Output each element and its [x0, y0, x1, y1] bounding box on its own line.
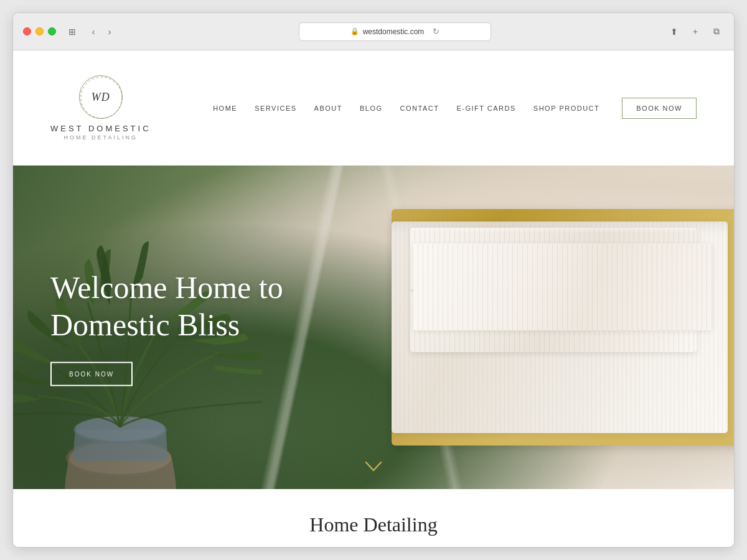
browser-chrome: ⊞ ‹ › 🔒 westdomestic.com ↻ ⬆ ＋ ⧉ [13, 13, 734, 50]
window-controls: ⊞ [63, 26, 81, 38]
back-arrow[interactable]: ‹ [86, 24, 101, 39]
main-nav: HOME SERVICES ABOUT BLOG CONTACT E-GIFT … [213, 98, 697, 119]
forward-arrow[interactable]: › [102, 24, 117, 39]
tabs-icon[interactable]: ⧉ [709, 24, 724, 39]
hero-content: Welcome Home to Domestic Bliss BOOK NOW [50, 269, 287, 386]
chevron-down-icon [364, 460, 383, 473]
nav-arrows: ‹ › [86, 24, 117, 39]
logo-wreath-svg [80, 76, 123, 119]
nav-contact[interactable]: CONTACT [400, 105, 439, 112]
below-fold-section: Home Detailing [13, 489, 734, 548]
nav-services[interactable]: SERVICES [255, 105, 296, 112]
website-content: WD WEST DOMESTIC HOME DETAILING HOME SER… [13, 50, 734, 548]
hero-section: Welcome Home to Domestic Bliss BOOK NOW [13, 166, 734, 489]
nav-blog[interactable]: BLOG [360, 105, 383, 112]
svg-point-0 [81, 77, 122, 118]
lock-icon: 🔒 [350, 27, 359, 35]
new-tab-icon[interactable]: ＋ [688, 24, 703, 39]
traffic-light-green[interactable] [48, 27, 56, 35]
towel-area [404, 190, 715, 452]
share-icon[interactable]: ⬆ [667, 24, 682, 39]
browser-actions: ⬆ ＋ ⧉ [667, 24, 724, 39]
nav-home[interactable]: HOME [213, 105, 237, 112]
url-text: westdomestic.com [363, 27, 425, 36]
scroll-down-arrow[interactable] [364, 460, 383, 477]
logo-tagline: HOME DETAILING [64, 134, 138, 141]
towel-middle [413, 243, 712, 330]
section-title: Home Detailing [309, 513, 437, 536]
traffic-light-red[interactable] [23, 27, 31, 35]
hero-book-now-button[interactable]: BOOK NOW [50, 362, 133, 386]
nav-about[interactable]: ABOUT [314, 105, 342, 112]
site-header: WD WEST DOMESTIC HOME DETAILING HOME SER… [13, 50, 734, 166]
refresh-icon[interactable]: ↻ [433, 27, 439, 36]
nav-egift[interactable]: E-GIFT CARDS [456, 105, 515, 112]
logo-circle: WD [79, 75, 123, 119]
grid-icon[interactable]: ⊞ [63, 26, 81, 38]
nav-shop[interactable]: SHOP PRODUCT [533, 105, 599, 112]
browser-window: ⊞ ‹ › 🔒 westdomestic.com ↻ ⬆ ＋ ⧉ [12, 12, 735, 548]
header-book-now-button[interactable]: BOOK NOW [622, 98, 697, 119]
traffic-light-yellow[interactable] [35, 27, 44, 35]
logo-area: WD WEST DOMESTIC HOME DETAILING [50, 75, 151, 141]
logo-name: WEST DOMESTIC [50, 124, 151, 133]
address-bar[interactable]: 🔒 westdomestic.com ↻ [299, 22, 491, 41]
hero-title: Welcome Home to Domestic Bliss [50, 269, 287, 343]
traffic-lights [23, 27, 56, 35]
